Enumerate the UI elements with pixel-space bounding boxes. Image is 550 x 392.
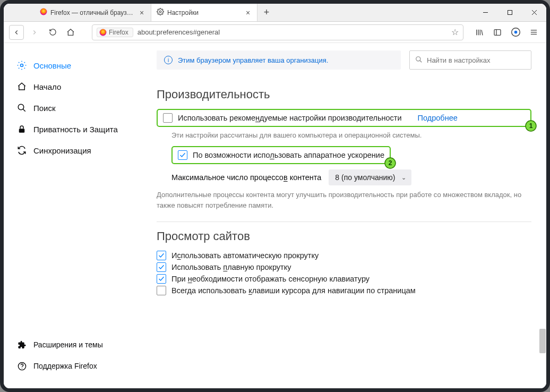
tab-label: Настройки <box>167 9 241 16</box>
chevron-down-icon: ⌄ <box>401 174 406 181</box>
svg-point-18 <box>21 64 23 67</box>
firefox-icon <box>40 8 47 17</box>
svg-text:1: 1 <box>529 122 533 130</box>
checkbox-autoscroll[interactable]: Использовать автоматическую прокрутку <box>157 251 319 260</box>
search-icon <box>415 56 423 65</box>
settings-sidebar: Основные Начало Поиск Приватность и Защи… <box>4 43 142 388</box>
sidebar-item-label: Синхронизация <box>33 146 91 155</box>
tab-firefox-home[interactable]: Firefox — отличный браузер д × <box>35 4 151 21</box>
close-button[interactable] <box>522 4 546 21</box>
profile-button[interactable] <box>508 25 523 40</box>
sync-icon <box>16 145 27 156</box>
sidebar-item-label: Начало <box>33 82 61 91</box>
svg-text:2: 2 <box>389 159 392 167</box>
home-icon <box>16 81 27 92</box>
checkbox-icon <box>157 262 166 272</box>
checkbox-touch-keyboard[interactable]: При необходимости отображать сенсорную к… <box>157 274 369 284</box>
svg-rect-21 <box>19 129 25 133</box>
back-button[interactable] <box>9 25 24 40</box>
svg-point-6 <box>100 29 107 36</box>
max-processes-label: Максимальное число процессов контента <box>171 173 321 182</box>
tab-label: Firefox — отличный браузер д <box>50 9 135 16</box>
checkbox-hardware-accel[interactable]: По возможности использовать аппаратное у… <box>178 150 384 160</box>
url-bar[interactable]: Firefox ☆ <box>92 24 463 40</box>
tab-settings[interactable]: Настройки × <box>151 4 257 21</box>
settings-search-input[interactable] <box>427 56 526 64</box>
svg-line-10 <box>482 30 483 35</box>
reload-button[interactable] <box>45 25 60 40</box>
svg-point-24 <box>416 56 420 61</box>
checkbox-icon <box>163 113 173 123</box>
sidebar-item-label: Поддержка Firefox <box>33 362 97 370</box>
checkbox-label: По возможности использовать аппаратное у… <box>193 151 384 159</box>
close-icon[interactable]: × <box>244 9 252 16</box>
divider <box>157 221 531 222</box>
identity-badge[interactable]: Firefox <box>97 28 133 37</box>
help-icon <box>16 361 27 371</box>
home-button[interactable] <box>63 25 78 40</box>
url-input[interactable] <box>138 28 447 36</box>
svg-rect-3 <box>508 11 512 15</box>
checkbox-icon <box>157 251 166 260</box>
sidebar-item-home[interactable]: Начало <box>4 76 142 97</box>
maximize-button[interactable] <box>497 4 522 21</box>
sidebar-button[interactable] <box>490 25 505 40</box>
perf-description: Эти настройки рассчитаны для вашего комп… <box>171 130 531 141</box>
identity-label: Firefox <box>109 29 128 36</box>
perf-description-2: Дополнительные процессы контента могут у… <box>157 190 531 211</box>
gear-icon <box>16 60 27 71</box>
annotation-highlight-1: Использовать рекомендуемые настройки про… <box>157 109 531 127</box>
sidebar-item-general[interactable]: Основные <box>4 55 142 76</box>
checkbox-caret-browsing[interactable]: Всегда использовать клавиши курсора для … <box>157 286 416 295</box>
checkbox-label: Использовать рекомендуемые настройки про… <box>178 114 402 122</box>
annotation-highlight-2: По возможности использовать аппаратное у… <box>171 146 391 164</box>
checkbox-use-recommended[interactable]: Использовать рекомендуемые настройки про… <box>163 113 402 123</box>
checkbox-label: Использовать плавную прокрутку <box>171 263 291 271</box>
checkbox-label: При необходимости отображать сенсорную к… <box>171 275 369 283</box>
scrollbar-thumb[interactable] <box>539 329 546 353</box>
svg-point-1 <box>159 11 161 13</box>
sidebar-item-support[interactable]: Поддержка Firefox <box>4 355 142 377</box>
sidebar-item-label: Поиск <box>33 104 56 113</box>
library-button[interactable] <box>472 25 487 40</box>
info-icon: i <box>164 56 173 64</box>
menu-button[interactable] <box>526 25 541 40</box>
checkbox-icon <box>157 286 166 295</box>
sidebar-item-extensions[interactable]: Расширения и темы <box>4 334 142 355</box>
svg-point-19 <box>18 104 24 110</box>
policy-banner-text: Этим браузером управляет ваша организаци… <box>178 56 328 64</box>
policy-banner[interactable]: i Этим браузером управляет ваша организа… <box>157 50 401 70</box>
svg-line-25 <box>420 60 422 62</box>
sidebar-item-search[interactable]: Поиск <box>4 97 142 118</box>
tabstrip: Firefox — отличный браузер д × Настройки… <box>4 4 546 22</box>
newtab-button[interactable]: + <box>257 4 276 21</box>
settings-main: i Этим браузером управляет ваша организа… <box>142 43 546 388</box>
close-icon[interactable]: × <box>138 9 145 16</box>
sidebar-item-label: Основные <box>33 61 71 70</box>
minimize-button[interactable] <box>473 4 497 21</box>
sidebar-item-privacy[interactable]: Приватность и Защита <box>4 118 142 140</box>
svg-rect-11 <box>494 29 501 35</box>
max-processes-select[interactable]: 8 (по умолчанию)⌄ <box>329 169 411 185</box>
sidebar-item-label: Приватность и Защита <box>33 125 118 134</box>
svg-point-14 <box>514 31 517 34</box>
learn-more-link[interactable]: Подробнее <box>418 114 458 122</box>
checkbox-label: Использовать автоматическую прокрутку <box>171 251 319 260</box>
svg-point-23 <box>21 368 22 368</box>
forward-button[interactable] <box>27 25 42 40</box>
checkbox-icon <box>157 274 166 284</box>
section-browsing-heading: Просмотр сайтов <box>157 229 531 243</box>
bookmark-star-icon[interactable]: ☆ <box>451 27 459 37</box>
annotation-badge-1: 1 <box>525 120 537 132</box>
sidebar-item-label: Расширения и темы <box>33 340 103 349</box>
checkbox-label: Всегда использовать клавиши курсора для … <box>171 286 416 295</box>
settings-search[interactable] <box>409 50 531 70</box>
sidebar-item-sync[interactable]: Синхронизация <box>4 140 142 161</box>
section-performance-heading: Производительность <box>157 88 531 101</box>
gear-icon <box>157 8 164 17</box>
svg-line-20 <box>23 109 25 112</box>
puzzle-icon <box>16 339 27 350</box>
navbar: Firefox ☆ <box>4 22 546 43</box>
svg-point-0 <box>40 8 47 15</box>
checkbox-smoothscroll[interactable]: Использовать плавную прокрутку <box>157 262 291 272</box>
